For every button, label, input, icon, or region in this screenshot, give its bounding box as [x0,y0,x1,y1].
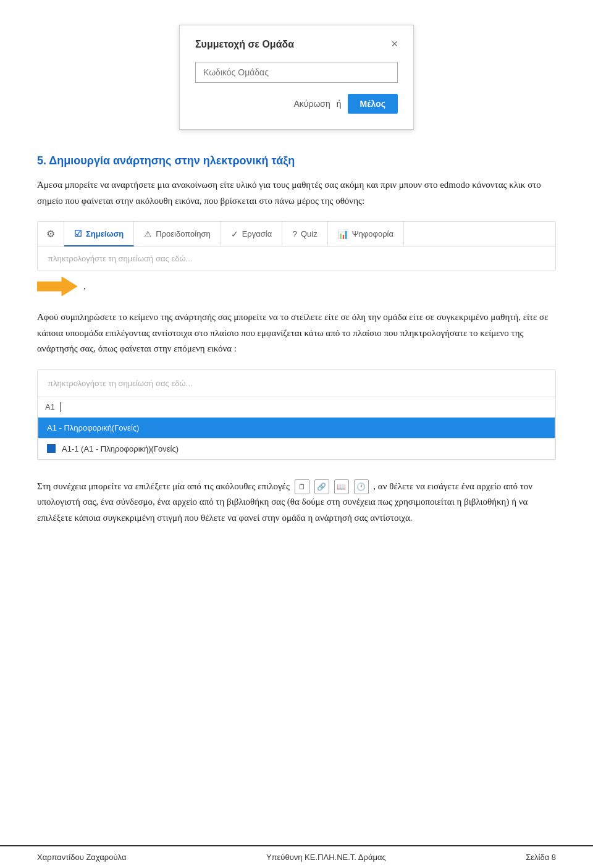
arrow-icon [37,276,77,297]
para3-before: Στη συνέχεια μπορείτε να επιλέξετε μία α… [37,481,290,491]
poll-icon: 📊 [338,229,348,239]
recipient-value: Α1 [45,402,55,411]
dropdown-item-1[interactable]: Α1-1 (Α1 - Πληροφορική)(Γονείς) [38,439,555,460]
post-input-row: πληκτρολογήστε τη σημείωσή σας εδώ... [38,246,555,271]
tab-poll[interactable]: 📊 Ψηφοφορία [328,222,404,246]
tab-warning[interactable]: ⚠ Προειδοποίηση [134,222,221,246]
dropdown-item-0[interactable]: Α1 - Πληροφορική(Γονείς) [38,418,555,439]
section5-heading: 5. Δημιουργία ανάρτησης στην ηλεκτρονική… [37,154,556,167]
section5-para1: Άμεσα μπορείτε να αναρτήσετε μια ανακοίν… [37,177,556,209]
section5-para2: Αφού συμπληρώσετε το κείμενο της ανάρτησ… [37,310,556,357]
post-input-placeholder2: πληκτρολογήστε τη σημείωσή σας εδώ... [48,379,192,388]
modal-header: Συμμετοχή σε Ομάδα × [195,38,398,51]
modal-footer: Ακύρωση ή Μέλος [195,94,398,114]
warning-icon: ⚠ [144,229,152,239]
modal-overlay: Συμμετοχή σε Ομάδα × Ακύρωση ή Μέλος [37,19,556,130]
recipient-row: Α1 [38,397,555,418]
tab-poll-label: Ψηφοφορία [352,229,393,238]
cursor-indicator [60,402,61,412]
svg-marker-0 [37,277,77,296]
tab-assignment-label: Εργασία [242,229,272,238]
gear-icon: ⚙ [46,228,55,240]
assignment-icon: ✓ [231,229,238,239]
post-toolbar-container: ⚙ ☑ Σημείωση ⚠ Προειδοποίηση ✓ Εργασία ?… [37,221,556,271]
section5-para3: Στη συνέχεια μπορείτε να επιλέξετε μία α… [37,479,556,526]
page-footer: Χαρπαντίδου Ζαχαρούλα Υπεύθυνη ΚΕ.ΠΛΗ.ΝΕ… [0,845,593,868]
group-code-input[interactable] [195,62,398,83]
link-icon: 🔗 [314,479,329,494]
modal-close-button[interactable]: × [391,38,398,51]
dropdown-label-1: Α1-1 (Α1 - Πληροφορική)(Γονείς) [62,444,179,453]
arrow-container: , [37,276,556,297]
dropdown-label-0: Α1 - Πληροφορική(Γονείς) [47,423,139,432]
post-input-area: πληκτρολογήστε τη σημείωσή σας εδώ... Α1… [37,369,556,460]
modal-title: Συμμετοχή σε Ομάδα [195,39,294,50]
post-input-line: πληκτρολογήστε τη σημείωσή σας εδώ... [38,370,555,397]
quiz-icon: ? [292,229,297,239]
file-icon: 🗒 [295,479,309,494]
comma-label: , [83,281,86,292]
tab-assignment[interactable]: ✓ Εργασία [221,222,283,246]
footer-center: Υπεύθυνη ΚΕ.ΠΛΗ.ΝΕ.Τ. Δράμας [266,853,386,862]
footer-page: Σελίδα 8 [526,853,556,862]
modal-dialog: Συμμετοχή σε Ομάδα × Ακύρωση ή Μέλος [179,25,414,130]
toolbar-row: ⚙ ☑ Σημείωση ⚠ Προειδοποίηση ✓ Εργασία ?… [38,222,555,246]
tab-quiz[interactable]: ? Quiz [282,222,328,246]
checkbox-icon [47,444,56,453]
tab-note-label: Σημείωση [86,229,124,238]
tab-note[interactable]: ☑ Σημείωση [64,222,134,246]
action-icons: 🗒 🔗 📖 🕐 [295,479,369,494]
library-icon: 📖 [334,479,349,494]
footer-author: Χαρπαντίδου Ζαχαρούλα [37,853,126,862]
join-button[interactable]: Μέλος [348,94,398,114]
or-label: ή [337,99,342,109]
note-icon: ☑ [74,229,82,238]
tab-quiz-label: Quiz [301,229,318,238]
clock-icon: 🕐 [354,479,369,494]
post-input-placeholder: πληκτρολογήστε τη σημείωσή σας εδώ... [48,254,192,263]
cancel-button[interactable]: Ακύρωση [293,99,330,109]
tab-warning-label: Προειδοποίηση [156,229,210,238]
gear-button[interactable]: ⚙ [38,222,64,246]
